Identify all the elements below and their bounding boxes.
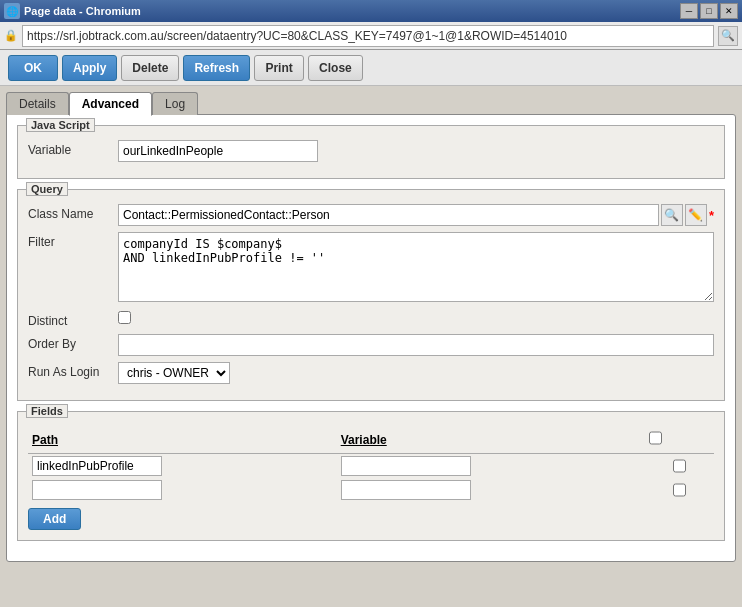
- table-row: [28, 454, 714, 479]
- select-all-checkbox[interactable]: [649, 428, 662, 448]
- tab-log[interactable]: Log: [152, 92, 198, 115]
- row-checkbox-1[interactable]: [673, 456, 686, 476]
- run-as-login-select[interactable]: chris - OWNER: [118, 362, 230, 384]
- variable-input-1[interactable]: [341, 456, 471, 476]
- order-by-label: Order By: [28, 334, 118, 351]
- query-section: Query Class Name 🔍 ✏️ *: [17, 189, 725, 401]
- fields-section-legend: Fields: [26, 404, 68, 418]
- javascript-section-legend: Java Script: [26, 118, 95, 132]
- variable-row: Variable: [28, 140, 714, 162]
- required-indicator: *: [709, 208, 714, 223]
- url-input[interactable]: [22, 25, 714, 47]
- address-search-button[interactable]: 🔍: [718, 26, 738, 46]
- close-button[interactable]: Close: [308, 55, 363, 81]
- run-as-login-label: Run As Login: [28, 362, 118, 379]
- delete-button[interactable]: Delete: [121, 55, 179, 81]
- variable-input-2[interactable]: [341, 480, 471, 500]
- distinct-row: Distinct: [28, 311, 714, 328]
- minimize-button[interactable]: ─: [680, 3, 698, 19]
- path-input-2[interactable]: [32, 480, 162, 500]
- class-name-input[interactable]: [118, 204, 659, 226]
- filter-label: Filter: [28, 232, 118, 249]
- distinct-checkbox[interactable]: [118, 311, 131, 324]
- app-icon: 🌐: [4, 3, 20, 19]
- refresh-button[interactable]: Refresh: [183, 55, 250, 81]
- javascript-section: Java Script Variable: [17, 125, 725, 179]
- class-name-label: Class Name: [28, 204, 118, 221]
- fields-section: Fields Path Variable: [17, 411, 725, 541]
- title-bar: 🌐 Page data - Chromium ─ □ ✕: [0, 0, 742, 22]
- variable-input[interactable]: [118, 140, 318, 162]
- filter-textarea[interactable]: companyId IS $company$ AND linkedInPubPr…: [118, 232, 714, 302]
- search-class-button[interactable]: 🔍: [661, 204, 683, 226]
- path-input-1[interactable]: [32, 456, 162, 476]
- edit-class-button[interactable]: ✏️: [685, 204, 707, 226]
- table-row: [28, 478, 714, 502]
- order-by-row: Order By: [28, 334, 714, 356]
- maximize-button[interactable]: □: [700, 3, 718, 19]
- variable-label: Variable: [28, 140, 118, 157]
- address-bar: 🔒 🔍: [0, 22, 742, 50]
- order-by-input[interactable]: [118, 334, 714, 356]
- add-button[interactable]: Add: [28, 508, 81, 530]
- tab-panel: Java Script Variable Query Class Name: [6, 114, 736, 562]
- main-content: Details Advanced Log Java Script Variabl…: [0, 86, 742, 607]
- filter-row: Filter companyId IS $company$ AND linked…: [28, 232, 714, 305]
- tab-details[interactable]: Details: [6, 92, 69, 115]
- class-name-row: Class Name 🔍 ✏️ *: [28, 204, 714, 226]
- window-title: Page data - Chromium: [24, 5, 141, 17]
- close-window-button[interactable]: ✕: [720, 3, 738, 19]
- fields-table: Path Variable: [28, 426, 714, 502]
- run-as-login-row: Run As Login chris - OWNER: [28, 362, 714, 384]
- distinct-label: Distinct: [28, 311, 118, 328]
- lock-icon: 🔒: [4, 29, 18, 42]
- print-button[interactable]: Print: [254, 55, 304, 81]
- query-section-legend: Query: [26, 182, 68, 196]
- tabs: Details Advanced Log: [6, 92, 736, 115]
- toolbar: OK Apply Delete Refresh Print Close: [0, 50, 742, 86]
- tab-advanced[interactable]: Advanced: [69, 92, 152, 116]
- apply-button[interactable]: Apply: [62, 55, 117, 81]
- path-header: Path: [28, 426, 337, 454]
- variable-header: Variable: [337, 426, 646, 454]
- row-checkbox-2[interactable]: [673, 480, 686, 500]
- ok-button[interactable]: OK: [8, 55, 58, 81]
